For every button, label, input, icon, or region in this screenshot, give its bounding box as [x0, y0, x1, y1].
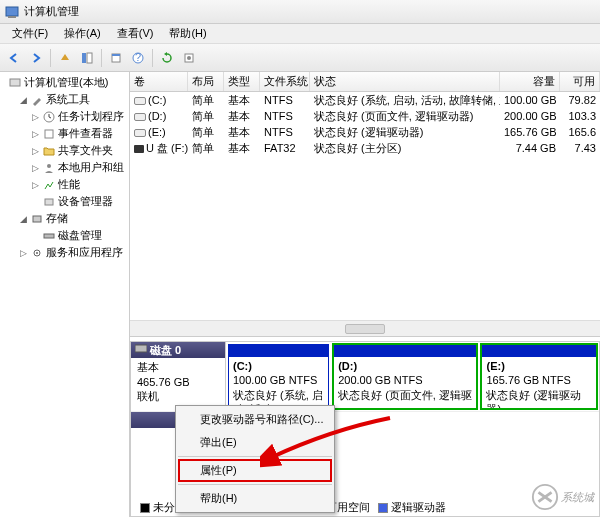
col-filesystem[interactable]: 文件系统: [260, 72, 310, 91]
svg-rect-16: [44, 234, 54, 238]
expand-icon[interactable]: ▷: [30, 112, 40, 122]
svg-point-18: [36, 252, 38, 254]
partition-D[interactable]: (D:)200.00 GB NTFS状态良好 (页面文件, 逻辑驱: [333, 344, 477, 409]
svg-text:?: ?: [135, 52, 141, 63]
expand-icon[interactable]: ▷: [30, 129, 40, 139]
svg-rect-0: [6, 7, 18, 16]
app-icon: [4, 4, 20, 20]
watermark-logo-icon: [531, 483, 559, 511]
title-bar: 计算机管理: [0, 0, 600, 24]
tree-task-scheduler[interactable]: ▷ 任务计划程序: [2, 108, 127, 125]
col-volume[interactable]: 卷: [130, 72, 188, 91]
forward-button[interactable]: [26, 48, 46, 68]
refresh-button[interactable]: [157, 48, 177, 68]
table-row[interactable]: U 盘 (F:)简单基本FAT32状态良好 (主分区)7.44 GB7.43: [130, 140, 600, 156]
folder-icon: [42, 144, 56, 158]
disk-0-label[interactable]: 磁盘 0 基本 465.76 GB 联机: [131, 342, 226, 411]
svg-rect-3: [87, 53, 92, 63]
tree-root[interactable]: 计算机管理(本地): [2, 74, 127, 91]
usb-icon: [134, 145, 144, 153]
users-icon: [42, 161, 56, 175]
volume-icon: [134, 113, 146, 121]
computer-icon: [8, 76, 22, 90]
table-row[interactable]: (D:)简单基本NTFS状态良好 (页面文件, 逻辑驱动器)200.00 GB1…: [130, 108, 600, 124]
partition-E[interactable]: (E:)165.76 GB NTFS状态良好 (逻辑驱动器): [481, 344, 597, 409]
nav-tree: 计算机管理(本地) ◢ 系统工具 ▷ 任务计划程序 ▷ 事件查看器 ▷ 共享文件…: [0, 72, 130, 517]
volume-icon: [134, 129, 146, 137]
tree-services[interactable]: ▷ 服务和应用程序: [2, 244, 127, 261]
menu-separator: [178, 456, 332, 457]
table-row[interactable]: (E:)简单基本NTFS状态良好 (逻辑驱动器)165.76 GB165.6: [130, 124, 600, 140]
svg-point-9: [187, 56, 191, 60]
tree-system-tools[interactable]: ◢ 系统工具: [2, 91, 127, 108]
tree-event-viewer[interactable]: ▷ 事件查看器: [2, 125, 127, 142]
expand-icon[interactable]: ▷: [18, 248, 28, 258]
back-button[interactable]: [4, 48, 24, 68]
properties-button[interactable]: [106, 48, 126, 68]
expand-icon[interactable]: ▷: [30, 146, 40, 156]
perf-icon: [42, 178, 56, 192]
svg-rect-15: [33, 216, 41, 222]
tree-storage[interactable]: ◢ 存储: [2, 210, 127, 227]
volume-list: 卷 布局 类型 文件系统 状态 容量 可用 (C:)简单基本NTFS状态良好 (…: [130, 72, 600, 337]
col-type[interactable]: 类型: [224, 72, 260, 91]
gear-icon: [30, 246, 44, 260]
toolbar: ?: [0, 44, 600, 72]
svg-rect-12: [45, 130, 53, 138]
menu-eject[interactable]: 弹出(E): [178, 431, 332, 454]
menu-help[interactable]: 帮助(H): [161, 24, 214, 43]
tree-performance[interactable]: ▷ 性能: [2, 176, 127, 193]
clock-icon: [42, 110, 56, 124]
help-button[interactable]: ?: [128, 48, 148, 68]
context-menu: 更改驱动器号和路径(C)... 弹出(E) 属性(P) 帮助(H): [175, 405, 335, 513]
volume-list-header: 卷 布局 类型 文件系统 状态 容量 可用: [130, 72, 600, 92]
expand-icon[interactable]: ▷: [30, 180, 40, 190]
menu-separator: [178, 484, 332, 485]
settings-button[interactable]: [179, 48, 199, 68]
tree-shared-folders[interactable]: ▷ 共享文件夹: [2, 142, 127, 159]
menu-change-drive-letter[interactable]: 更改驱动器号和路径(C)...: [178, 408, 332, 431]
partition-C[interactable]: (C:)100.00 GB NTFS状态良好 (系统, 启动, 活动: [228, 344, 329, 409]
svg-rect-2: [82, 53, 86, 63]
tree-disk-management[interactable]: ▷ 磁盘管理: [2, 227, 127, 244]
show-hide-button[interactable]: [77, 48, 97, 68]
up-button[interactable]: [55, 48, 75, 68]
tree-device-manager[interactable]: ▷ 设备管理器: [2, 193, 127, 210]
menu-action[interactable]: 操作(A): [56, 24, 109, 43]
expand-icon[interactable]: ▷: [30, 163, 40, 173]
menu-file[interactable]: 文件(F): [4, 24, 56, 43]
menu-view[interactable]: 查看(V): [109, 24, 162, 43]
disk-icon: [42, 229, 56, 243]
disk-0-row: 磁盘 0 基本 465.76 GB 联机 (C:)100.00 GB NTFS状…: [131, 342, 599, 412]
col-status[interactable]: 状态: [310, 72, 500, 91]
tools-icon: [30, 93, 44, 107]
menu-bar: 文件(F) 操作(A) 查看(V) 帮助(H): [0, 24, 600, 44]
svg-point-13: [47, 164, 51, 168]
col-available[interactable]: 可用: [560, 72, 600, 91]
event-icon: [42, 127, 56, 141]
device-icon: [42, 195, 56, 209]
window-title: 计算机管理: [24, 4, 79, 19]
horizontal-scrollbar[interactable]: [130, 320, 600, 336]
table-row[interactable]: (C:)简单基本NTFS状态良好 (系统, 启动, 活动, 故障转储, 主分区)…: [130, 92, 600, 108]
svg-rect-5: [112, 54, 120, 56]
col-capacity[interactable]: 容量: [500, 72, 560, 91]
storage-icon: [30, 212, 44, 226]
menu-properties[interactable]: 属性(P): [178, 459, 332, 482]
hdd-icon: [135, 343, 147, 357]
collapse-icon[interactable]: ◢: [18, 95, 28, 105]
svg-rect-1: [8, 16, 16, 18]
tree-local-users[interactable]: ▷ 本地用户和组: [2, 159, 127, 176]
col-layout[interactable]: 布局: [188, 72, 224, 91]
collapse-icon[interactable]: ◢: [18, 214, 28, 224]
menu-help[interactable]: 帮助(H): [178, 487, 332, 510]
watermark: 系统城: [531, 483, 594, 511]
volume-icon: [134, 97, 146, 105]
svg-rect-19: [135, 345, 147, 352]
svg-rect-10: [10, 79, 20, 86]
svg-rect-14: [45, 199, 53, 205]
